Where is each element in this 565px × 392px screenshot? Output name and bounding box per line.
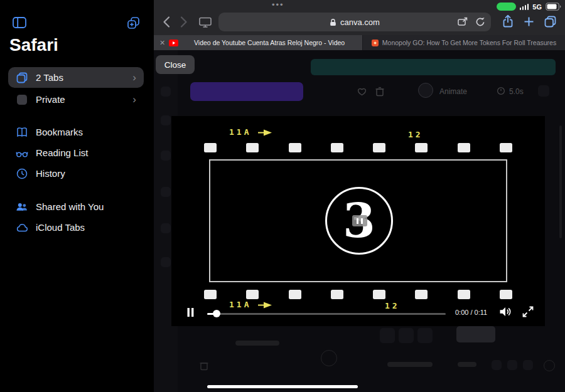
private-icon (16, 93, 28, 106)
film-frame (458, 143, 470, 152)
play-pause-button[interactable] (187, 308, 194, 317)
canva-tool-icon (161, 257, 171, 267)
close-button[interactable]: Close (156, 55, 195, 74)
home-indicator[interactable] (207, 385, 358, 388)
fullscreen-button[interactable] (522, 305, 534, 318)
film-frame (246, 290, 259, 299)
network-type-label: 5G (532, 3, 542, 11)
tab-close-button[interactable]: ✕ (159, 39, 165, 47)
tabs-icon (16, 72, 28, 84)
chevron-right-icon: › (132, 72, 136, 83)
film-frame (204, 290, 217, 299)
monitor-icon (199, 16, 212, 28)
clock-icon (16, 167, 28, 180)
small-clock-icon (497, 87, 505, 95)
address-bar[interactable]: canva.com (218, 13, 491, 31)
mute-button[interactable] (499, 306, 512, 317)
film-frame (289, 143, 301, 152)
sidebar-item-shared-with-you[interactable]: Shared with You (8, 196, 144, 217)
website-settings-button[interactable] (199, 16, 212, 28)
film-strip-top (204, 143, 512, 152)
browser-tab-active[interactable]: ✕ Video de Youtube Cuenta Atras Reloj Ne… (154, 35, 362, 50)
back-button[interactable] (163, 16, 170, 28)
film-marker-bottom-right: 12 (385, 301, 400, 310)
sidebar-item-label: Shared with You (36, 201, 104, 212)
chevron-right-icon: › (132, 94, 136, 105)
tabs-overview-button[interactable] (544, 15, 557, 28)
canva-footer-icon (523, 360, 533, 370)
battery-icon (546, 3, 561, 11)
sidebar-item-reading-list[interactable]: Reading List (8, 142, 144, 163)
back-chevron-icon (163, 16, 170, 28)
cloud-icon (16, 221, 28, 234)
pause-overlay-icon (352, 215, 367, 226)
canva-tool-icon (161, 223, 171, 233)
browser-tab-inactive[interactable]: Monopoly GO: How To Get More Tokens For … (363, 35, 565, 50)
film-flag-icon (258, 302, 273, 309)
film-flag-icon (258, 129, 273, 136)
lock-icon (330, 18, 336, 26)
sidebar-item-bookmarks[interactable]: Bookmarks (8, 122, 144, 142)
status-bar-right: 5G (497, 3, 561, 11)
share-button[interactable] (502, 14, 514, 29)
film-strip-bottom (204, 290, 512, 299)
safari-sidebar: Safari 2 Tabs › Private › Bookmarks (0, 0, 154, 392)
sidebar-item-icloud-tabs[interactable]: iCloud Tabs (8, 217, 144, 238)
forward-chevron-icon (180, 16, 188, 28)
help-circle-icon (544, 360, 555, 371)
canva-footer-icon (492, 360, 502, 370)
film-frame (415, 143, 428, 152)
canva-teal-banner (311, 59, 556, 75)
canva-tool-icon (161, 187, 171, 197)
forward-button[interactable] (180, 16, 188, 28)
url-label: canva.com (340, 18, 380, 27)
canva-purple-button (190, 82, 303, 101)
film-frame (204, 143, 217, 152)
multitasking-menu-button[interactable]: ••• (272, 0, 284, 9)
open-new-window-button[interactable] (457, 16, 468, 28)
trash-icon (199, 360, 209, 371)
sidebar-item-history[interactable]: History (8, 163, 144, 184)
expand-icon (522, 305, 534, 318)
monopoly-favicon (372, 40, 379, 46)
film-marker-top-right: 12 (408, 130, 423, 139)
share-icon (502, 14, 514, 29)
canva-tool-icon (161, 87, 171, 97)
book-icon (16, 126, 28, 139)
sidebar-item-label: History (36, 168, 65, 179)
new-tab-group-button[interactable] (127, 16, 140, 29)
film-frame (415, 290, 428, 299)
content-area: Animate 5.0s Close 11A 12 (154, 50, 565, 392)
sidebar-item-label: Private (36, 94, 65, 105)
sidebar-item-private[interactable]: Private › (8, 89, 144, 110)
progress-bar[interactable] (207, 313, 446, 315)
new-tab-button[interactable] (523, 16, 535, 28)
sidebar-item-label: Bookmarks (36, 127, 83, 137)
canva-tooltip (456, 326, 495, 342)
signal-bars-icon (520, 4, 529, 10)
film-frame (373, 143, 385, 152)
scrollbar[interactable] (559, 125, 562, 238)
film-frame (331, 143, 343, 152)
film-frame (458, 290, 470, 299)
sidebar-item-tabs[interactable]: 2 Tabs › (8, 67, 144, 88)
trash-icon (375, 86, 385, 97)
heart-icon (357, 87, 367, 96)
progress-knob[interactable] (213, 310, 220, 317)
reload-button[interactable] (475, 16, 486, 28)
canva-time-placeholder (387, 362, 433, 367)
sidebar-toggle-icon (13, 16, 26, 29)
tabs-overview-icon (544, 15, 557, 28)
canva-text-placeholder (235, 341, 279, 346)
film-frame (500, 143, 512, 152)
canva-tool-icon (161, 115, 171, 125)
canva-footer-icon (507, 360, 517, 370)
canva-circle-button (321, 350, 337, 366)
film-frame (373, 290, 385, 299)
film-frame (289, 290, 301, 299)
duration-label: 5.0s (509, 87, 524, 96)
sidebar-toggle-button[interactable] (13, 16, 26, 29)
avatar (418, 83, 433, 98)
video-player[interactable]: 11A 12 3 11A 12 (171, 116, 545, 326)
youtube-favicon (169, 40, 178, 46)
